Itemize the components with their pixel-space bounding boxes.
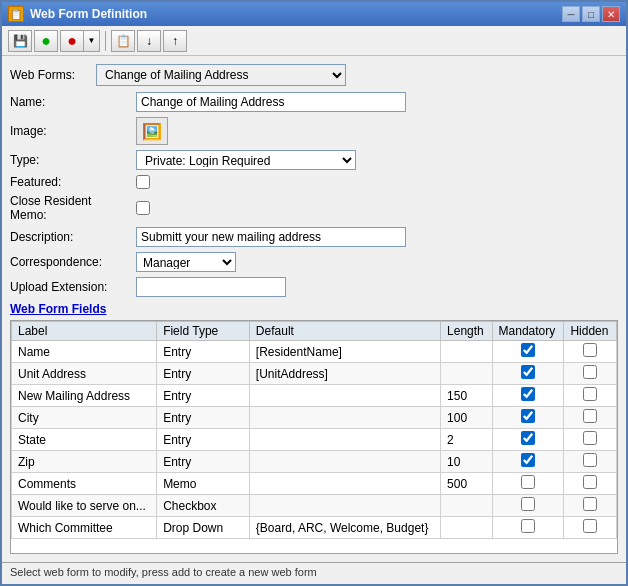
mandatory-checkbox[interactable] [521,453,535,467]
hidden-checkbox[interactable] [583,497,597,511]
mandatory-checkbox[interactable] [521,475,535,489]
window-icon: 📋 [8,6,24,22]
cell-field-type: Entry [157,363,250,385]
mandatory-checkbox[interactable] [521,519,535,533]
cell-default [249,385,440,407]
fields-table-container: Label Field Type Default Length Mandator… [10,320,618,554]
cell-field-type: Drop Down [157,517,250,539]
col-field-type: Field Type [157,322,250,341]
title-bar: 📋 Web Form Definition ─ □ ✕ [2,2,626,26]
description-row: Description: [10,227,618,247]
cell-default: [UnitAddress] [249,363,440,385]
hidden-checkbox[interactable] [583,519,597,533]
table-row[interactable]: CityEntry100 [12,407,617,429]
cell-label: Which Committee [12,517,157,539]
cell-hidden [564,517,617,539]
table-row[interactable]: Which CommitteeDrop Down{Board, ARC, Wel… [12,517,617,539]
col-mandatory: Mandatory [492,322,564,341]
upload-extension-input[interactable] [136,277,286,297]
delete-dropdown-arrow[interactable]: ▼ [84,30,100,52]
table-row[interactable]: NameEntry[ResidentName] [12,341,617,363]
delete-button[interactable]: ● [60,30,84,52]
cell-label: Would like to serve on... [12,495,157,517]
correspondence-row: Correspondence: Manager [10,252,618,272]
col-length: Length [441,322,493,341]
move-down-button[interactable]: ↓ [137,30,161,52]
cell-label: State [12,429,157,451]
hidden-checkbox[interactable] [583,475,597,489]
description-input[interactable] [136,227,406,247]
cell-hidden [564,407,617,429]
image-picker[interactable]: 🖼️ [136,117,168,145]
table-row[interactable]: StateEntry2 [12,429,617,451]
hidden-checkbox[interactable] [583,365,597,379]
correspondence-select[interactable]: Manager [136,252,236,272]
move-up-button[interactable]: ↑ [163,30,187,52]
mandatory-checkbox[interactable] [521,387,535,401]
hidden-checkbox[interactable] [583,409,597,423]
close-resident-memo-checkbox[interactable] [136,201,150,215]
cell-field-type: Entry [157,341,250,363]
minimize-button[interactable]: ─ [562,6,580,22]
name-label: Name: [10,95,130,109]
main-window: 📋 Web Form Definition ─ □ ✕ 💾 ● ● ▼ 📋 ↓ … [0,0,628,586]
cell-default [249,451,440,473]
mandatory-checkbox[interactable] [521,409,535,423]
cell-length: 500 [441,473,493,495]
hidden-checkbox[interactable] [583,387,597,401]
hidden-checkbox[interactable] [583,453,597,467]
save-button[interactable]: 💾 [8,30,32,52]
toolbar-separator-1 [105,31,106,51]
webforms-select[interactable]: Change of Mailing Address [96,64,346,86]
type-select[interactable]: Private: Login Required [136,150,356,170]
name-input[interactable] [136,92,406,112]
web-form-fields-title[interactable]: Web Form Fields [10,302,618,316]
maximize-button[interactable]: □ [582,6,600,22]
cell-default [249,429,440,451]
cell-hidden [564,495,617,517]
hidden-checkbox[interactable] [583,343,597,357]
mandatory-checkbox[interactable] [521,365,535,379]
col-default: Default [249,322,440,341]
mandatory-checkbox[interactable] [521,431,535,445]
hidden-checkbox[interactable] [583,431,597,445]
close-button[interactable]: ✕ [602,6,620,22]
cell-mandatory [492,429,564,451]
cell-mandatory [492,517,564,539]
table-row[interactable]: CommentsMemo500 [12,473,617,495]
cell-hidden [564,451,617,473]
cell-default: [ResidentName] [249,341,440,363]
copy-button[interactable]: 📋 [111,30,135,52]
name-row: Name: [10,92,618,112]
table-row[interactable]: New Mailing AddressEntry150 [12,385,617,407]
close-resident-memo-row: Close Resident Memo: [10,194,618,222]
table-row[interactable]: Would like to serve on...Checkbox [12,495,617,517]
status-bar: Select web form to modify, press add to … [2,562,626,584]
table-row[interactable]: ZipEntry10 [12,451,617,473]
cell-default [249,407,440,429]
cell-hidden [564,429,617,451]
fields-table: Label Field Type Default Length Mandator… [11,321,617,539]
image-row: Image: 🖼️ [10,117,618,145]
cell-mandatory [492,363,564,385]
cell-label: Unit Address [12,363,157,385]
mandatory-checkbox[interactable] [521,497,535,511]
table-row[interactable]: Unit AddressEntry[UnitAddress] [12,363,617,385]
featured-checkbox[interactable] [136,175,150,189]
cell-hidden [564,341,617,363]
image-icon: 🖼️ [142,122,162,141]
webforms-row: Web Forms: Change of Mailing Address [10,64,618,86]
cell-length: 10 [441,451,493,473]
table-header: Label Field Type Default Length Mandator… [12,322,617,341]
mandatory-checkbox[interactable] [521,343,535,357]
delete-dropdown: ● ▼ [60,30,100,52]
cell-field-type: Checkbox [157,495,250,517]
cell-mandatory [492,451,564,473]
webforms-label: Web Forms: [10,68,90,82]
col-label: Label [12,322,157,341]
cell-hidden [564,363,617,385]
content-area: Web Forms: Change of Mailing Address Nam… [2,56,626,562]
cell-field-type: Memo [157,473,250,495]
upload-extension-label: Upload Extension: [10,280,130,294]
add-button[interactable]: ● [34,30,58,52]
